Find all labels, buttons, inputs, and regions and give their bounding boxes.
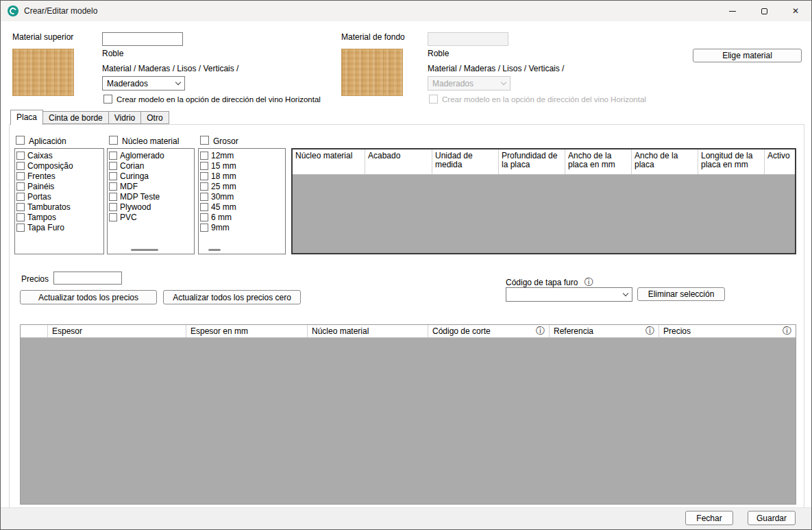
app-icon: [8, 5, 19, 16]
material-superior-direction-label: Crear modelo en la opción de dirección d…: [116, 95, 321, 104]
checkbox: [200, 203, 208, 211]
info-icon: ⓘ: [645, 325, 654, 337]
aplicacion-item[interactable]: Tampos: [15, 212, 103, 222]
minimize-button[interactable]: [717, 1, 748, 21]
material-superior-label: Material superior: [12, 32, 73, 42]
materials-grid-header: Núcleo material Acabado Unidad de medida…: [293, 149, 795, 175]
checkbox: [200, 162, 208, 170]
precios-grid-body[interactable]: [21, 338, 796, 504]
precios-grid-header: Espesor Espesor en mm Núcleo material Có…: [21, 325, 796, 338]
horizontal-scrollbar[interactable]: [131, 249, 158, 251]
precios-grid: Espesor Espesor en mm Núcleo material Có…: [20, 324, 796, 505]
material-fondo-name-input: [428, 32, 508, 46]
checkbox: [109, 193, 117, 201]
grosor-item[interactable]: 15 mm: [199, 160, 285, 171]
column-header[interactable]: Activo: [765, 149, 795, 174]
column-header[interactable]: Profundidad de la placa: [499, 149, 565, 174]
column-header[interactable]: Núcleo material: [293, 149, 365, 174]
precios-input[interactable]: [53, 272, 122, 285]
materials-grid: Núcleo material Acabado Unidad de medida…: [291, 148, 796, 254]
actualizar-precios-button[interactable]: Actualizar todos los precios: [20, 290, 157, 304]
minimize-icon: [729, 11, 736, 12]
grosor-item[interactable]: 6 mm: [199, 212, 285, 222]
nucleo-material-group-label: Núcleo material: [122, 136, 179, 146]
fechar-button[interactable]: Fechar: [685, 511, 733, 525]
column-header[interactable]: Ancho de la placa en mm: [565, 149, 632, 174]
nucleo-material-item[interactable]: Plywood: [108, 202, 194, 212]
checkbox: [16, 152, 25, 160]
tab-placa[interactable]: Placa: [10, 110, 43, 125]
material-superior-material-name: Roble: [102, 49, 123, 58]
checkbox: [16, 213, 25, 221]
nucleo-material-item[interactable]: MDF: [108, 181, 194, 191]
aplicacion-item[interactable]: Composição: [15, 160, 103, 171]
grosor-item[interactable]: 25 mm: [199, 181, 285, 191]
grosor-item[interactable]: 18 mm: [199, 171, 285, 181]
column-header[interactable]: Referenciaⓘ: [550, 325, 659, 337]
material-superior-type-dropdown[interactable]: Maderados: [102, 76, 185, 91]
column-header[interactable]: Unidad de medida: [432, 149, 499, 174]
chevron-down-icon: [623, 291, 628, 296]
checkbox: [200, 182, 208, 191]
maximize-button[interactable]: [748, 1, 780, 21]
tab-cinta-de-borde[interactable]: Cinta de borde: [42, 111, 109, 124]
tab-vidrio[interactable]: Vidrio: [108, 111, 141, 124]
aplicacion-item[interactable]: Tamburatos: [15, 202, 103, 212]
material-superior-name-input[interactable]: [102, 32, 183, 46]
window-controls: ✕: [717, 1, 811, 21]
aplicacion-item[interactable]: Caixas: [15, 150, 103, 160]
elige-material-button[interactable]: Elige material: [693, 49, 802, 62]
codigo-tapa-furo-dropdown[interactable]: [506, 287, 632, 302]
titlebar: Crear/Editar modelo ✕: [1, 1, 811, 21]
aplicacion-item[interactable]: Painéis: [15, 181, 103, 191]
column-header[interactable]: Preciosⓘ: [659, 325, 796, 337]
tab-otro[interactable]: Otro: [140, 111, 169, 124]
nucleo-material-item[interactable]: Curinga: [108, 171, 194, 181]
column-header[interactable]: Espesor: [48, 325, 186, 337]
column-header[interactable]: Núcleo material: [308, 325, 428, 337]
grosor-item[interactable]: 9mm: [199, 222, 285, 232]
checkbox: [200, 213, 208, 221]
close-button[interactable]: ✕: [780, 1, 811, 21]
horizontal-scrollbar[interactable]: [208, 249, 221, 251]
aplicacion-item[interactable]: Portas: [15, 191, 103, 202]
checkbox: [16, 182, 25, 191]
material-superior-category-path: Material / Maderas / Lisos / Verticais /: [102, 64, 238, 73]
actualizar-precios-cero-button[interactable]: Actualizar todos los precios cero: [163, 290, 301, 304]
column-header[interactable]: Código de corteⓘ: [428, 325, 550, 337]
material-fondo-preview: [341, 49, 403, 96]
materials-grid-body[interactable]: [293, 175, 795, 253]
grosor-group-checkbox[interactable]: [200, 136, 209, 145]
nucleo-material-group-checkbox[interactable]: [109, 136, 118, 145]
nucleo-material-item[interactable]: Corian: [108, 160, 194, 171]
grosor-item[interactable]: 45 mm: [199, 202, 285, 212]
precios-label: Precios: [21, 274, 49, 284]
column-header[interactable]: Acabado: [365, 149, 432, 174]
grosor-item[interactable]: 30mm: [199, 191, 285, 202]
checkbox: [200, 224, 208, 232]
checkbox: [200, 152, 208, 160]
nucleo-material-item[interactable]: MDP Teste: [108, 191, 194, 202]
aplicacion-group-checkbox[interactable]: [16, 136, 25, 145]
grosor-item[interactable]: 12mm: [199, 150, 285, 160]
grosor-listbox[interactable]: 12mm 15 mm 18 mm 25 mm 30mm 45 mm 6 mm 9…: [198, 148, 286, 254]
nucleo-material-listbox[interactable]: Aglomerado Corian Curinga MDF MDP Teste …: [107, 148, 195, 254]
nucleo-material-item[interactable]: PVC: [108, 212, 194, 222]
aplicacion-item[interactable]: Tapa Furo: [15, 222, 103, 232]
aplicacion-item[interactable]: Frentes: [15, 171, 103, 181]
row-selector-header: [21, 325, 48, 337]
info-icon: ⓘ: [536, 325, 545, 337]
column-header[interactable]: Longitud de la placa en mm: [698, 149, 765, 174]
info-icon: ⓘ: [585, 277, 593, 287]
aplicacion-listbox[interactable]: Caixas Composição Frentes Painéis Portas…: [14, 148, 104, 254]
eliminar-seleccion-button[interactable]: Eliminar selección: [637, 287, 725, 301]
material-superior-preview: [12, 49, 74, 96]
checkbox: [16, 203, 25, 211]
column-header[interactable]: Ancho de la placa: [632, 149, 698, 174]
material-superior-direction-checkbox[interactable]: [103, 95, 112, 104]
maximize-icon: [761, 8, 767, 14]
nucleo-material-item[interactable]: Aglomerado: [108, 150, 194, 160]
tabstrip: Placa Cinta de borde Vidrio Otro: [10, 109, 169, 124]
guardar-button[interactable]: Guardar: [748, 511, 796, 525]
column-header[interactable]: Espesor en mm: [186, 325, 308, 337]
